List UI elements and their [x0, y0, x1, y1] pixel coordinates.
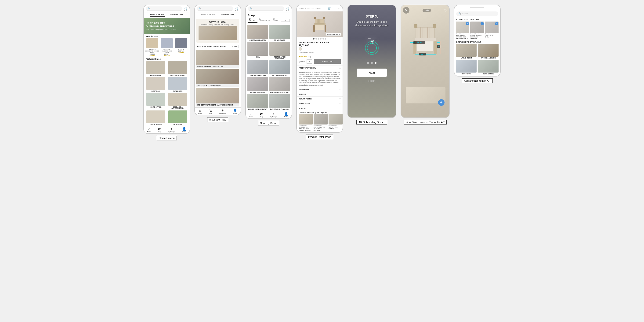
room-card-3[interactable]: MID-CENTURY MODERN MASTER BEDROOM	[196, 88, 239, 107]
list-item[interactable]: KIDS & BABIES	[145, 110, 166, 125]
list-item[interactable]: OUTDOOR	[167, 110, 188, 125]
add-badge[interactable]: +	[495, 22, 498, 25]
nav-shop[interactable]: 🛍 Shop	[260, 112, 263, 118]
list-item[interactable]: BATHROOM	[167, 77, 188, 92]
drag-handle[interactable]	[470, 7, 484, 8]
tab-inspiration[interactable]: INSPIRATION	[221, 13, 234, 16]
list-item[interactable]: HOME OFFICE	[478, 60, 499, 75]
list-item[interactable]: ETHAN ALLEN	[269, 25, 290, 41]
accordion-return[interactable]: RETURN POLICY ∨	[297, 96, 342, 101]
tab-new-for-you[interactable]: NEW FOR YOU	[201, 13, 216, 16]
dot-6[interactable]	[325, 38, 326, 40]
nav-shop[interactable]: 🛍 Shop	[209, 109, 212, 114]
accordion-fabric[interactable]: FABRIC CARE ∨	[297, 101, 342, 106]
room-card-2[interactable]: TRANSITIONAL DINING ROOM	[196, 69, 239, 87]
skip-button[interactable]: SKIP	[368, 80, 375, 82]
list-item[interactable]: WOOD D... $2,379.00 ★★★★★	[174, 38, 188, 56]
favorite-icon[interactable]: ♡	[338, 6, 341, 10]
next-button[interactable]: Next	[357, 69, 387, 77]
view-in-my-space-button[interactable]: VIEW IN MY SPACE	[326, 33, 341, 36]
list-item[interactable]: LA-Z-BOY FURNITURE	[247, 77, 268, 93]
add-to-cart-button[interactable]: Add to Cart	[314, 59, 341, 64]
nav-home[interactable]: ⌂ Home	[147, 127, 151, 132]
list-item[interactable]: Crate & Barrel HUGO BEIGE DIAMOND RUG $6…	[298, 114, 313, 131]
tab-inspiration[interactable]: INSPIRATION	[170, 13, 183, 17]
nav-my-designs[interactable]: ✦ My Designs	[219, 109, 226, 114]
list-item[interactable]: BEDROOM	[145, 77, 166, 92]
accordion-overview[interactable]: PRODUCT OVERVIEW ∧	[297, 66, 342, 70]
nav-my-designs[interactable]: ✦ My Designs	[168, 127, 176, 132]
tab-by-department[interactable]: BY DEPARTMENT	[258, 18, 272, 23]
accordion-reviews[interactable]: REVIEWS ∨	[297, 106, 342, 110]
accordion-dimensions[interactable]: DIMENSIONS ∨	[297, 87, 342, 92]
back-button[interactable]: < BACK TO ACCENT CHAIRS	[298, 8, 321, 9]
list-item[interactable]: RESTORATION HARDWARE	[269, 42, 290, 60]
list-item[interactable]: HOME OFFICE	[145, 93, 166, 110]
list-item[interactable]: LIVING ROOM	[145, 61, 166, 76]
cart-icon[interactable]: 🛒	[328, 6, 331, 10]
list-item[interactable]: BATHROOM	[456, 60, 477, 75]
dot-2[interactable]	[371, 62, 373, 64]
close-button[interactable]: ✕	[403, 7, 410, 14]
home-search-bar[interactable]: 🔍	[146, 7, 182, 11]
list-item[interactable]: STORAGE & ORGANIZATION	[167, 93, 188, 110]
add-badge[interactable]: +	[480, 22, 484, 25]
list-item[interactable]: KITCHEN & DINING	[478, 44, 499, 59]
tab-by-style[interactable]: BY STYLE	[272, 18, 281, 23]
nav-profile[interactable]: 👤 Profile	[182, 127, 186, 132]
nav-shop[interactable]: 🛍 Shop	[158, 127, 161, 132]
dot-1[interactable]	[313, 38, 314, 40]
cart-icon[interactable]: 🛒	[235, 7, 239, 11]
add-item-ar-button[interactable]: +	[438, 99, 444, 106]
list-item[interactable]: RAYMOUR & FLANIGAN	[269, 94, 290, 110]
chevron-down-icon: ∨	[339, 93, 341, 95]
filter-button[interactable]: FILTER	[281, 19, 290, 22]
nav-home[interactable]: ⌂ Home	[198, 109, 202, 114]
list-item[interactable]: + Crate & Barrel HUGO BEIGE DIAMOND RUG …	[456, 22, 470, 39]
list-item[interactable]: CRATE AND BARREL	[247, 25, 268, 41]
dot-1[interactable]	[367, 62, 369, 64]
rec-price: $665.00 - $1,240.00	[298, 129, 313, 131]
list-item[interactable]: Crate & Barrel LODGE SQUARE SIDE TABLE $…	[314, 114, 328, 131]
inspiration-search-bar[interactable]: 🔍	[197, 7, 233, 11]
info-button[interactable]: info	[422, 9, 431, 12]
list-item[interactable]: OUTDOOR HANGING EGG CHAIR $569.00 ★★★★★	[160, 38, 174, 56]
cart-icon[interactable]: 🛒	[184, 7, 188, 11]
cart-icon[interactable]: 🛒	[286, 7, 290, 11]
favorite-button[interactable]: ♡	[444, 8, 447, 13]
list-item[interactable]: LIVING ROOM	[456, 44, 477, 59]
dot-3[interactable]	[318, 38, 319, 40]
quantity-input[interactable]: 1	[306, 60, 312, 64]
product-stars: ★★★★★	[150, 55, 155, 56]
dot-2[interactable]	[316, 38, 317, 40]
filter-button[interactable]: FILTER	[230, 45, 239, 48]
new-arrivals-grid: WOODEN CONCRETE COFFEE TABLE $899.00 ★★★…	[144, 38, 190, 57]
nav-profile[interactable]: 👤 Profile	[284, 112, 288, 118]
list-item[interactable]: WOODEN CONCRETE COFFEE TABLE $899.00 ★★★…	[145, 38, 159, 56]
accordion-shipping[interactable]: SHIPPING ∨	[297, 92, 342, 96]
nav-profile[interactable]: 👤 Profile	[233, 109, 237, 114]
dot-3[interactable]	[374, 62, 376, 64]
bottom-nav: ⌂ Home 🛍 Shop ✦ My Designs 👤 Profile	[195, 107, 240, 115]
list-item[interactable]: WILLIAMS SONOMA	[269, 60, 290, 76]
list-item[interactable]: Crate & Barrel CAST... FLO... $249.00	[328, 114, 342, 131]
tab-new-for-you[interactable]: NEW FOR YOU	[150, 13, 165, 17]
list-item[interactable]: + Crate & Barrel LODGE SQUARE SIDE TABLE…	[470, 22, 484, 39]
list-item[interactable]: AMERICAN SIGNATURE	[269, 77, 290, 93]
list-item[interactable]: KITCHEN & DINING	[167, 61, 188, 76]
dot-5[interactable]	[322, 38, 324, 40]
color-swatch[interactable]	[298, 47, 302, 51]
chevron-up-icon: ∧	[339, 67, 341, 69]
list-item[interactable]: IKEA	[247, 42, 268, 60]
add-item-search[interactable]: 🔍 Search	[456, 12, 498, 16]
tab-by-brand[interactable]: BY BRAND	[248, 18, 258, 23]
get-the-look-section[interactable]: GET THE LOOK Browse rooms by style and f…	[196, 19, 239, 43]
room-card-1[interactable]: RUSTIC MODERN LIVING ROOM	[196, 50, 239, 68]
nav-home[interactable]: ⌂ Home	[249, 112, 253, 118]
list-item[interactable]: BERKSHIRE HATHAWAY	[247, 94, 268, 110]
dot-4[interactable]	[320, 38, 322, 40]
shop-search-bar[interactable]: 🔍	[248, 7, 284, 11]
nav-my-designs[interactable]: ✦ My Designs	[270, 112, 277, 118]
list-item[interactable]: ASHLEY FURNITURE	[247, 60, 268, 76]
list-item[interactable]: + Crate & Barrel CAST... FLO... $246...	[485, 22, 499, 39]
